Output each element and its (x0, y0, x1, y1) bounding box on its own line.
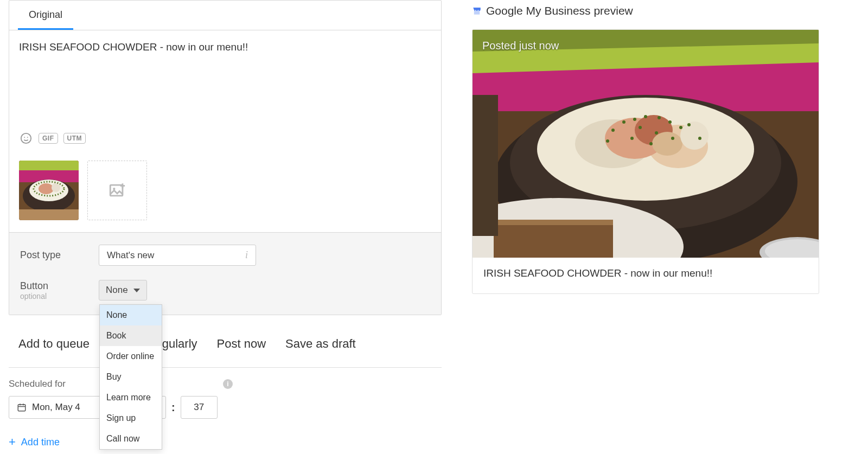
svg-point-41 (639, 126, 642, 129)
post-type-value: What's new (107, 250, 154, 261)
editor-toolbar: GIF UTM (19, 131, 431, 145)
svg-point-39 (679, 126, 682, 129)
chevron-down-icon (133, 289, 140, 292)
svg-rect-12 (110, 185, 123, 196)
svg-point-1 (24, 137, 25, 138)
svg-point-43 (671, 137, 674, 140)
info-icon[interactable]: i (223, 379, 233, 389)
svg-point-2 (27, 137, 28, 138)
scheduled-for-label: Scheduled for (9, 379, 66, 389)
svg-rect-51 (494, 220, 613, 225)
schedule-block: Scheduled for i Mon, May 4 : 37 + Add ti… (9, 368, 442, 454)
svg-point-44 (630, 137, 634, 140)
post-options: Post type What's new i Button optional N… (9, 232, 441, 315)
dropdown-option-book[interactable]: Book (100, 325, 162, 346)
button-sublabel: optional (20, 292, 99, 300)
svg-point-45 (687, 123, 691, 126)
preview-overlay-label: Posted just now (482, 40, 559, 52)
media-row (9, 152, 441, 232)
action-save-as-draft[interactable]: Save as draft (285, 337, 356, 360)
media-thumbnail[interactable] (19, 161, 79, 220)
publish-actions: Add to queue Publish regularly Post now … (9, 315, 442, 368)
svg-point-42 (655, 131, 658, 135)
gmb-icon (472, 6, 482, 16)
info-icon: i (245, 250, 248, 261)
svg-point-32 (652, 132, 682, 156)
post-text-area[interactable]: IRISH SEAFOOD CHOWDER - now in our menu!… (19, 40, 431, 127)
svg-point-9 (52, 183, 60, 192)
emoji-icon[interactable] (19, 131, 33, 145)
button-label: Button (20, 280, 48, 291)
svg-rect-16 (18, 405, 25, 411)
action-post-now[interactable]: Post now (217, 337, 266, 360)
post-type-select[interactable]: What's new i (99, 245, 256, 266)
preview-title: Google My Business preview (486, 4, 633, 17)
add-time-label: Add time (21, 437, 60, 448)
schedule-minute-input[interactable]: 37 (181, 396, 218, 419)
svg-point-40 (611, 129, 615, 132)
schedule-date-value: Mon, May 4 (32, 402, 80, 413)
tab-bar: Original (9, 1, 441, 30)
dropdown-option-sign-up[interactable]: Sign up (100, 408, 162, 429)
svg-point-47 (698, 137, 701, 140)
svg-point-48 (649, 142, 653, 145)
dropdown-option-order-online[interactable]: Order online (100, 346, 162, 367)
dropdown-option-call-now[interactable]: Call now (100, 429, 162, 449)
calendar-icon (17, 402, 27, 412)
button-select-value: None (106, 285, 128, 296)
svg-rect-5 (19, 161, 79, 170)
post-type-label: Post type (20, 250, 99, 261)
svg-point-8 (39, 183, 54, 194)
preview-image: Posted just now (473, 30, 819, 258)
svg-point-37 (658, 116, 661, 119)
dropdown-option-none[interactable]: None (100, 305, 162, 325)
gif-badge[interactable]: GIF (39, 133, 58, 144)
svg-rect-20 (474, 11, 480, 15)
schedule-minute-value: 37 (194, 402, 204, 413)
button-dropdown: None Book Order online Buy Learn more Si… (99, 304, 162, 450)
svg-rect-54 (473, 95, 498, 236)
add-media-button[interactable] (87, 161, 147, 220)
preview-caption: IRISH SEAFOOD CHOWDER - now in our menu!… (473, 258, 819, 293)
preview-title-row: Google My Business preview (472, 4, 846, 17)
svg-point-36 (644, 115, 647, 118)
tab-original[interactable]: Original (18, 1, 73, 30)
svg-point-0 (21, 133, 31, 143)
dropdown-option-buy[interactable]: Buy (100, 367, 162, 387)
editor-card: Original IRISH SEAFOOD CHOWDER - now in … (9, 0, 442, 315)
time-colon: : (171, 401, 175, 414)
action-add-to-queue[interactable]: Add to queue (18, 337, 90, 360)
svg-rect-11 (19, 209, 79, 220)
plus-icon: + (9, 435, 16, 449)
button-select[interactable]: None None Book Order online Buy Learn mo… (99, 280, 147, 300)
svg-point-34 (622, 120, 626, 124)
utm-badge[interactable]: UTM (63, 133, 86, 144)
gmb-preview-card: Posted just now IRISH SEAFOOD CHOWDER - … (472, 29, 819, 294)
svg-point-38 (668, 120, 672, 124)
svg-point-35 (633, 118, 636, 121)
add-time-button[interactable]: + Add time (9, 435, 60, 449)
svg-point-46 (606, 139, 609, 143)
dropdown-option-learn-more[interactable]: Learn more (100, 387, 162, 408)
svg-point-33 (680, 122, 709, 150)
button-label-wrap: Button optional (20, 280, 99, 300)
svg-rect-50 (494, 220, 613, 258)
